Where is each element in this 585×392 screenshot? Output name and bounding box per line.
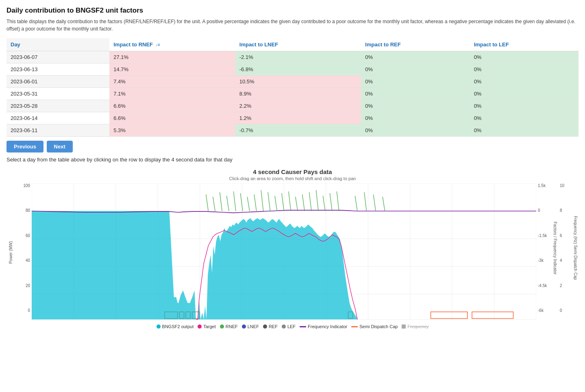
cell-lef: 0%: [470, 51, 578, 63]
y-right1-0: 0: [538, 208, 540, 213]
chart-title: 4 second Causer Pays data: [7, 168, 578, 175]
y-right2-0: 0: [560, 308, 562, 313]
legend-square-frequency: [402, 324, 406, 329]
svg-line-47: [364, 192, 367, 211]
cell-lnef: -6.8%: [235, 63, 361, 76]
svg-line-45: [337, 192, 339, 211]
legend-lef: LEF: [282, 324, 296, 329]
cell-rnef: 27.1%: [109, 51, 235, 63]
cell-lef: 0%: [470, 124, 578, 137]
legend-line-semi: [351, 326, 358, 327]
svg-line-42: [316, 190, 318, 211]
chart-subtitle: Click-drag an area to zoom, then hold sh…: [7, 176, 578, 181]
cell-ref: 0%: [361, 63, 470, 76]
cell-rnef: 6.6%: [109, 112, 235, 124]
y-axis-left: 100 80 60 40 20 0: [15, 183, 32, 322]
svg-line-33: [254, 194, 257, 211]
legend-label-lef: LEF: [287, 324, 296, 329]
cell-lef: 0%: [470, 100, 578, 112]
cell-lnef: -0.7%: [235, 124, 361, 137]
cell-day: 2023-05-28: [7, 100, 109, 112]
cell-day: 2023-05-31: [7, 88, 109, 100]
legend-dot-lef: [282, 324, 286, 329]
legend-label-frequency: Frequency: [407, 324, 428, 329]
next-button[interactable]: Next: [47, 141, 73, 152]
cell-ref: 0%: [361, 88, 470, 100]
col-header-lnef: Impact to LNEF: [235, 38, 361, 51]
y-tick-40: 40: [26, 258, 30, 263]
table-row[interactable]: 2023-05-28 6.6% 2.2% 0% 0%: [7, 100, 578, 112]
legend-lnef: LNEF: [242, 324, 259, 329]
svg-line-37: [282, 193, 284, 211]
svg-line-44: [330, 193, 332, 211]
y-right2-4: 4: [560, 258, 562, 263]
cell-rnef: 6.6%: [109, 100, 235, 112]
svg-line-28: [220, 192, 222, 211]
y-right2-2: 2: [560, 283, 562, 288]
svg-line-31: [240, 193, 243, 211]
y-right1-1500: 1.5k: [538, 183, 546, 188]
legend-dot-target: [198, 324, 202, 329]
select-day-message: Select a day from the table above by cli…: [7, 157, 578, 163]
cell-lef: 0%: [470, 112, 578, 124]
svg-line-46: [355, 196, 357, 211]
chart-area[interactable]: 7 Jun 02:00 04:00 06:00 08:00 10:00 12:0…: [32, 183, 536, 322]
table-row[interactable]: 2023-06-11 5.3% -0.7% 0% 0%: [7, 124, 578, 137]
daily-contribution-table: Day Impact to RNEF ↓= Impact to LNEF Imp…: [7, 38, 578, 137]
col-header-lef: Impact to LEF: [470, 38, 578, 51]
table-row[interactable]: 2023-06-13 14.7% -6.8% 0% 0%: [7, 63, 578, 76]
legend-semi-dispatch: Semi Dispatch Cap: [351, 324, 398, 329]
pagination-controls: Previous Next: [7, 141, 578, 152]
y-tick-60: 60: [26, 233, 30, 238]
svg-line-30: [233, 192, 236, 211]
legend-freq-indicator: Frequency Indicator: [300, 324, 347, 329]
page-title: Daily contribution to BNGSF2 unit factor…: [7, 7, 578, 15]
cell-ref: 0%: [361, 112, 470, 124]
cell-day: 2023-06-07: [7, 51, 109, 63]
legend-bngsf2: BNGSF2 output: [157, 324, 194, 329]
svg-line-34: [261, 190, 263, 211]
table-row[interactable]: 2023-06-14 6.6% 1.2% 0% 0%: [7, 112, 578, 124]
legend-dot-lnef: [242, 324, 246, 329]
y-axis-right1-label: Factors / Frequency Indicator: [553, 222, 557, 274]
cell-day: 2023-06-13: [7, 63, 109, 76]
y-axis-right2-label: Frequency (Hz) Semi Dispatch Cap: [573, 216, 578, 280]
col-header-day: Day: [7, 38, 109, 51]
legend-label-freq-indicator: Frequency Indicator: [308, 324, 347, 329]
table-row[interactable]: 2023-06-01 7.4% 10.5% 0% 0%: [7, 76, 578, 88]
y-right2-6: 6: [560, 233, 562, 238]
legend-frequency: Frequency: [402, 324, 428, 329]
cell-lnef: 2.2%: [235, 100, 361, 112]
y-right1-neg1500: -1.5k: [538, 233, 547, 238]
svg-line-41: [309, 192, 312, 211]
svg-line-32: [247, 197, 250, 211]
legend-rnef: RNEF: [220, 324, 238, 329]
col-header-rnef[interactable]: Impact to RNEF ↓=: [109, 38, 235, 51]
y-tick-80: 80: [26, 208, 30, 213]
legend-label-rnef: RNEF: [226, 324, 238, 329]
cell-ref: 0%: [361, 124, 470, 137]
cell-rnef: 5.3%: [109, 124, 235, 137]
svg-line-48: [373, 194, 376, 211]
y-right1-neg4500: -4.5k: [538, 283, 547, 288]
y-right2-10: 10: [560, 183, 564, 188]
cell-rnef: 7.1%: [109, 88, 235, 100]
y-right2-8: 8: [560, 208, 562, 213]
cell-rnef: 14.7%: [109, 63, 235, 76]
cell-lnef: 8.9%: [235, 88, 361, 100]
cell-rnef: 7.4%: [109, 76, 235, 88]
legend-target: Target: [198, 324, 216, 329]
legend-label-ref: REF: [269, 324, 278, 329]
cell-lnef: 1.2%: [235, 112, 361, 124]
cell-day: 2023-06-01: [7, 76, 109, 88]
legend-line-freq: [300, 326, 306, 327]
cell-day: 2023-06-11: [7, 124, 109, 137]
svg-line-38: [289, 192, 291, 211]
svg-rect-24: [431, 312, 468, 318]
y-axis-right2: 10 8 6 4 2 0: [558, 183, 572, 322]
y-right1-neg6000: -6k: [538, 308, 544, 313]
table-row[interactable]: 2023-05-31 7.1% 8.9% 0% 0%: [7, 88, 578, 100]
y-right1-neg3000: -3k: [538, 258, 544, 263]
previous-button[interactable]: Previous: [7, 141, 43, 152]
table-row[interactable]: 2023-06-07 27.1% -2.1% 0% 0%: [7, 51, 578, 63]
